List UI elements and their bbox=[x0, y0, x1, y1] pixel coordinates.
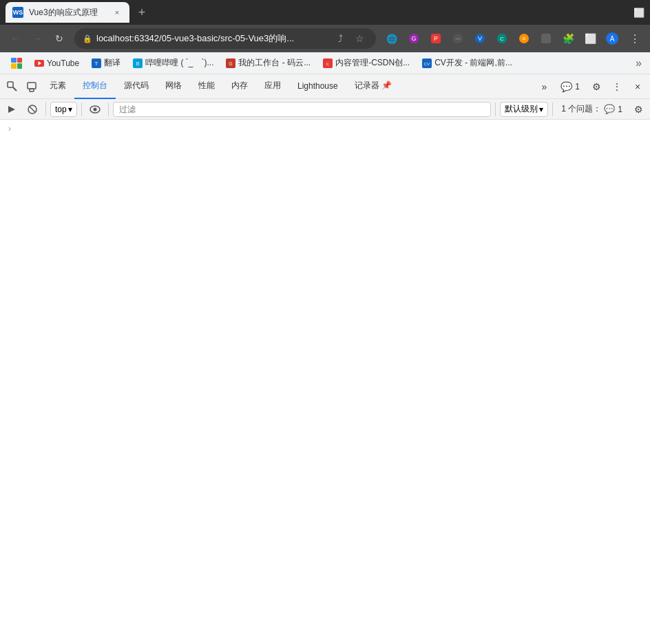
bookmark-youtube-label: YouTube bbox=[47, 58, 79, 68]
cv-favicon: CV bbox=[422, 58, 432, 68]
console-gear-button[interactable]: ⚙ bbox=[629, 100, 647, 118]
bookmark-gitee-label: 我的工作台 - 码云... bbox=[238, 57, 311, 69]
toolbar-separator-5 bbox=[552, 103, 553, 116]
svg-line-33 bbox=[30, 107, 35, 112]
svg-rect-30 bbox=[30, 89, 34, 92]
issues-count: 1 bbox=[618, 105, 622, 114]
ext-icon-3[interactable]: P bbox=[426, 28, 446, 49]
svg-rect-29 bbox=[28, 83, 36, 89]
apps-grid-icon bbox=[11, 58, 22, 69]
svg-text:B: B bbox=[136, 61, 140, 66]
svg-text:G: G bbox=[411, 35, 416, 42]
tab-favicon: WS bbox=[12, 7, 23, 18]
chat-small-icon: 💬 bbox=[604, 104, 615, 114]
console-prompt: › bbox=[6, 122, 644, 135]
ext-icon-1[interactable]: 🌐 bbox=[381, 28, 402, 49]
messages-badge[interactable]: 💬 1 bbox=[555, 77, 585, 96]
context-select-arrow: ▾ bbox=[68, 105, 72, 114]
reload-button[interactable]: ↻ bbox=[50, 29, 69, 48]
bookmark-gitee[interactable]: G 我的工作台 - 码云... bbox=[220, 55, 316, 72]
bookmarks-more-button[interactable]: » bbox=[633, 57, 644, 69]
star-icon[interactable]: ☆ bbox=[351, 30, 368, 47]
context-select-value: top bbox=[55, 105, 67, 114]
devtools-toolbar: top ▾ 默认级别 ▾ 1 个问题： 💬 1 ⚙ bbox=[0, 99, 650, 120]
url-bar[interactable]: 🔒 localhost:63342/05-vue3-basic/src-05-V… bbox=[74, 28, 376, 49]
tab-network[interactable]: 网络 bbox=[157, 74, 190, 99]
device-toggle-button[interactable] bbox=[22, 77, 41, 96]
tab-bar: WS Vue3的响应式原理 × + ⬜ bbox=[0, 0, 650, 25]
bookmark-youtube[interactable]: YouTube bbox=[29, 55, 85, 72]
ext-icon-6[interactable]: C bbox=[492, 28, 512, 49]
log-level-value: 默认级别 bbox=[505, 103, 538, 115]
forward-button[interactable]: → bbox=[28, 29, 47, 48]
window-restore-icon[interactable]: ⬜ bbox=[633, 8, 644, 18]
ext-icon-5[interactable]: V bbox=[470, 28, 490, 49]
more-tabs-button[interactable]: » bbox=[534, 77, 554, 96]
sidebar-toggle[interactable]: ⬜ bbox=[580, 28, 600, 49]
tab-lighthouse[interactable]: Lighthouse bbox=[289, 74, 346, 99]
svg-text:···: ··· bbox=[456, 36, 461, 42]
new-tab-button[interactable]: + bbox=[132, 3, 151, 22]
filter-input[interactable] bbox=[113, 102, 492, 117]
gitee-favicon: G bbox=[226, 58, 235, 68]
devtools-tab-more: » 💬 1 ⚙ ⋮ × bbox=[534, 77, 647, 96]
close-devtools-button[interactable]: × bbox=[628, 77, 647, 96]
bilibili-favicon: B bbox=[133, 58, 143, 68]
tab-elements[interactable]: 元素 bbox=[41, 74, 74, 99]
ext-icon-4[interactable]: ··· bbox=[448, 28, 468, 49]
fanyi-favicon: T bbox=[92, 58, 101, 68]
tab-memory[interactable]: 内存 bbox=[223, 74, 256, 99]
devtools-tabs: 元素 控制台 源代码 网络 性能 内存 应用 Lighthouse 记录器 📌 … bbox=[0, 74, 650, 99]
address-bar: ← → ↻ 🔒 localhost:63342/05-vue3-basic/sr… bbox=[0, 25, 650, 52]
log-level-select[interactable]: 默认级别 ▾ bbox=[500, 102, 548, 117]
share-icon[interactable]: ⤴ bbox=[332, 30, 348, 47]
svg-text:P: P bbox=[434, 35, 438, 42]
log-level-arrow: ▾ bbox=[539, 105, 543, 114]
issues-indicator[interactable]: 1 个问题： 💬 1 bbox=[557, 102, 627, 117]
profile-icon[interactable]: A bbox=[602, 28, 622, 49]
svg-marker-31 bbox=[8, 106, 15, 113]
bookmark-fanyi-label: 翻译 bbox=[104, 57, 120, 69]
tab-performance[interactable]: 性能 bbox=[190, 74, 223, 99]
bookmark-fanyi[interactable]: T 翻译 bbox=[86, 55, 126, 72]
svg-text:G: G bbox=[229, 61, 233, 66]
settings-button[interactable]: ⚙ bbox=[587, 77, 606, 96]
bookmark-cv[interactable]: CV CV开发 - 前端网,前... bbox=[417, 55, 518, 72]
bookmark-bilibili[interactable]: B 哔哩哔哩 ( ´_ゝ`)... bbox=[127, 55, 219, 72]
play-button[interactable] bbox=[3, 100, 21, 118]
back-button[interactable]: ← bbox=[6, 29, 25, 48]
eye-button[interactable] bbox=[86, 100, 104, 118]
console-arrow-icon: › bbox=[8, 124, 11, 133]
more-options-button[interactable]: ⋮ bbox=[607, 77, 627, 96]
csdn-favicon: C bbox=[323, 58, 333, 68]
tab-console[interactable]: 控制台 bbox=[74, 74, 116, 99]
issues-label: 1 个问题： bbox=[561, 103, 601, 115]
tab-sources[interactable]: 源代码 bbox=[116, 74, 157, 99]
devtools-area: 元素 控制台 源代码 网络 性能 内存 应用 Lighthouse 记录器 📌 … bbox=[0, 74, 650, 644]
tab-recorder[interactable]: 记录器 📌 bbox=[346, 74, 400, 99]
window-controls: ⬜ bbox=[633, 8, 644, 18]
ext-icon-7[interactable]: ≡ bbox=[514, 28, 534, 49]
svg-text:A: A bbox=[610, 35, 615, 43]
active-tab[interactable]: WS Vue3的响应式原理 × bbox=[6, 2, 129, 23]
context-select[interactable]: top ▾ bbox=[50, 102, 77, 117]
chrome-menu[interactable]: ⋮ bbox=[624, 28, 644, 49]
ext-icon-puzzle[interactable]: 🧩 bbox=[558, 28, 578, 49]
svg-text:V: V bbox=[478, 35, 482, 42]
toolbar-separator-3 bbox=[108, 103, 109, 116]
bookmark-apps[interactable] bbox=[6, 55, 28, 72]
bookmark-csdn[interactable]: C 内容管理-CSDN创... bbox=[317, 55, 415, 72]
tab-application[interactable]: 应用 bbox=[256, 74, 289, 99]
ext-icon-8[interactable] bbox=[536, 28, 556, 49]
svg-text:T: T bbox=[95, 61, 98, 67]
url-text: localhost:63342/05-vue3-basic/src-05-Vue… bbox=[96, 32, 328, 45]
svg-text:≡: ≡ bbox=[523, 36, 526, 42]
inspect-element-button[interactable] bbox=[3, 77, 22, 96]
ext-icon-2[interactable]: G bbox=[403, 28, 424, 49]
messages-count: 1 bbox=[575, 82, 580, 92]
toolbar-separator-4 bbox=[495, 103, 496, 116]
youtube-favicon bbox=[34, 58, 44, 68]
block-button[interactable] bbox=[23, 100, 41, 118]
svg-text:CV: CV bbox=[424, 62, 430, 66]
tab-close-button[interactable]: × bbox=[112, 7, 123, 18]
